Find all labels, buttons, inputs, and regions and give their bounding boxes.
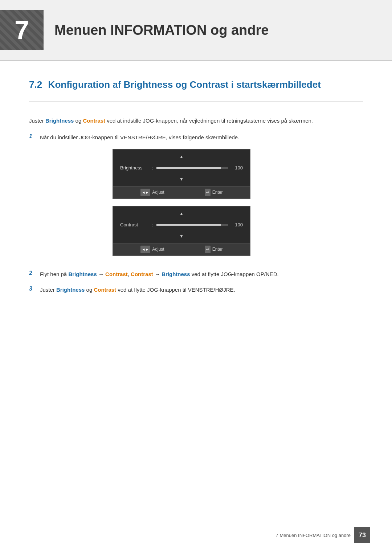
contrast-enter-item: ↵ Enter	[205, 246, 223, 253]
brightness-osd-row: Brightness : 100	[120, 163, 243, 173]
step-3-number: 3	[29, 286, 40, 292]
step-1-number: 1	[29, 133, 40, 140]
step-2-contrast1: Contrast	[105, 271, 128, 277]
step-2-arrow1: →	[97, 271, 105, 277]
step-1: 1 Når du indstiller JOG-knappen til VENS…	[29, 133, 363, 263]
brightness-osd-label: Brightness	[120, 164, 149, 172]
contrast-arrow-up: ▲	[120, 210, 243, 217]
osd-screens-container: ▲ Brightness : 100 ▼ ◄►	[113, 149, 250, 256]
contrast-osd-body: ▲ Contrast : 100 ▼	[113, 206, 250, 243]
brightness-osd-value: 100	[232, 164, 243, 172]
section-divider	[29, 101, 363, 102]
step-3: 3 Juster Brightness og Contrast ved at f…	[29, 285, 363, 295]
intro-text-and: og	[74, 118, 83, 124]
main-content: 7.2 Konfiguration af Brightness og Contr…	[0, 79, 392, 295]
step-3-after: ved at flytte JOG-knappen til VENSTRE/HØ…	[116, 287, 235, 293]
step-2: 2 Flyt hen på Brightness → Contrast, Con…	[29, 270, 363, 279]
section-heading: 7.2 Konfiguration af Brightness og Contr…	[29, 79, 363, 90]
intro-text-rest: ved at indstille JOG-knappen, når vejled…	[105, 118, 313, 124]
contrast-adjust-item: ◄► Adjust	[140, 246, 164, 253]
brightness-enter-item: ↵ Enter	[205, 189, 223, 196]
step-2-arrow2: →	[153, 271, 162, 277]
contrast-osd-label: Contrast	[120, 221, 149, 229]
step-2-number: 2	[29, 270, 40, 276]
brightness-osd-footer: ◄► Adjust ↵ Enter	[113, 186, 250, 198]
contrast-adjust-icon: ◄►	[140, 246, 151, 253]
footer-page-number: 73	[354, 527, 370, 543]
step-2-after: ved at flytte JOG-knappen OP/NED.	[190, 271, 278, 277]
contrast-osd-row: Contrast : 100	[120, 219, 243, 230]
contrast-osd-value: 100	[232, 221, 243, 229]
brightness-osd-body: ▲ Brightness : 100 ▼	[113, 149, 250, 186]
contrast-osd-footer: ◄► Adjust ↵ Enter	[113, 243, 250, 255]
page-header: 7 Menuen INFORMATION og andre	[0, 0, 392, 61]
step-3-og: og	[85, 287, 94, 293]
page-footer: 7 Menuen INFORMATION og andre 73	[276, 527, 370, 543]
step-2-brightness1: Brightness	[68, 271, 97, 277]
contrast-arrow-down: ▼	[120, 233, 243, 240]
contrast-osd-bar-fill	[156, 224, 221, 226]
chapter-number-text: 7	[15, 15, 29, 45]
brightness-osd-bar-container	[156, 167, 228, 169]
brightness-osd-screen: ▲ Brightness : 100 ▼ ◄►	[113, 149, 250, 199]
intro-contrast: Contrast	[83, 118, 105, 124]
step-1-text: Når du indstiller JOG-knappen til VENSTR…	[40, 133, 363, 263]
step-3-text: Juster Brightness og Contrast ved at fly…	[40, 285, 363, 295]
brightness-enter-label: Enter	[212, 189, 223, 196]
contrast-osd-colon: :	[152, 221, 154, 229]
section-number: 7.2	[29, 79, 42, 90]
intro-brightness: Brightness	[45, 118, 74, 124]
step-2-before: Flyt hen på	[40, 271, 68, 277]
brightness-enter-icon: ↵	[205, 189, 211, 196]
contrast-osd-bar-container	[156, 224, 228, 226]
step-2-text: Flyt hen på Brightness → Contrast, Contr…	[40, 270, 363, 279]
contrast-adjust-label: Adjust	[152, 246, 164, 253]
brightness-osd-bar-fill	[156, 167, 221, 169]
chapter-number: 7	[0, 10, 44, 50]
contrast-enter-label: Enter	[212, 246, 223, 253]
brightness-adjust-icon: ◄►	[140, 189, 151, 196]
brightness-arrow-down: ▼	[120, 176, 243, 183]
brightness-arrow-up: ▲	[120, 153, 243, 160]
step-2-brightness2: Brightness	[162, 271, 190, 277]
step-3-brightness: Brightness	[56, 287, 85, 293]
brightness-osd-colon: :	[152, 164, 154, 172]
step-2-contrast2: Contrast	[129, 271, 153, 277]
step-3-contrast: Contrast	[94, 287, 116, 293]
contrast-osd-screen: ▲ Contrast : 100 ▼ ◄►	[113, 206, 250, 256]
intro-paragraph: Juster Brightness og Contrast ved at ind…	[29, 116, 363, 126]
brightness-adjust-label: Adjust	[152, 189, 164, 196]
chapter-title: Menuen INFORMATION og andre	[54, 22, 269, 38]
footer-chapter-text: 7 Menuen INFORMATION og andre	[276, 533, 351, 538]
contrast-enter-icon: ↵	[205, 246, 211, 253]
section-title: Konfiguration af Brightness og Contrast …	[48, 79, 321, 90]
brightness-adjust-item: ◄► Adjust	[140, 189, 164, 196]
step-3-juster: Juster	[40, 287, 56, 293]
intro-text-before: Juster	[29, 118, 45, 124]
